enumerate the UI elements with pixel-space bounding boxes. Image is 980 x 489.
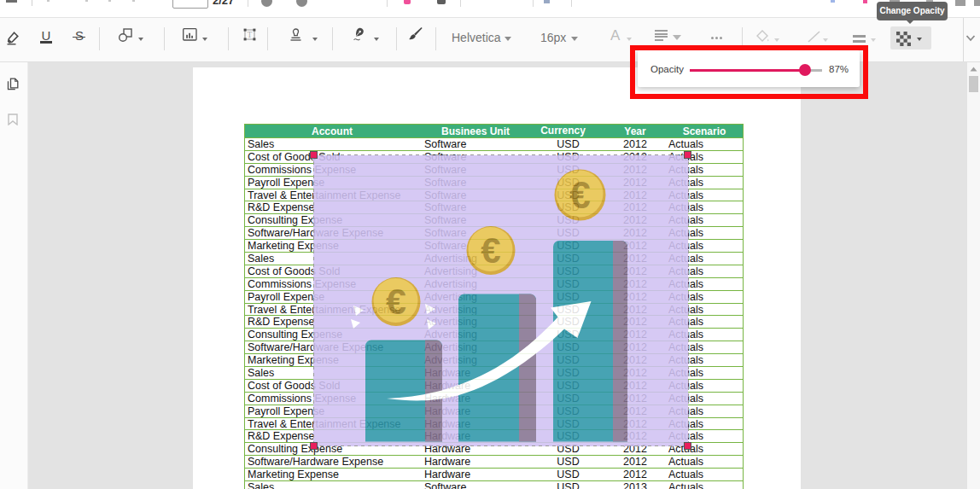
svg-text:T: T [248, 31, 253, 39]
